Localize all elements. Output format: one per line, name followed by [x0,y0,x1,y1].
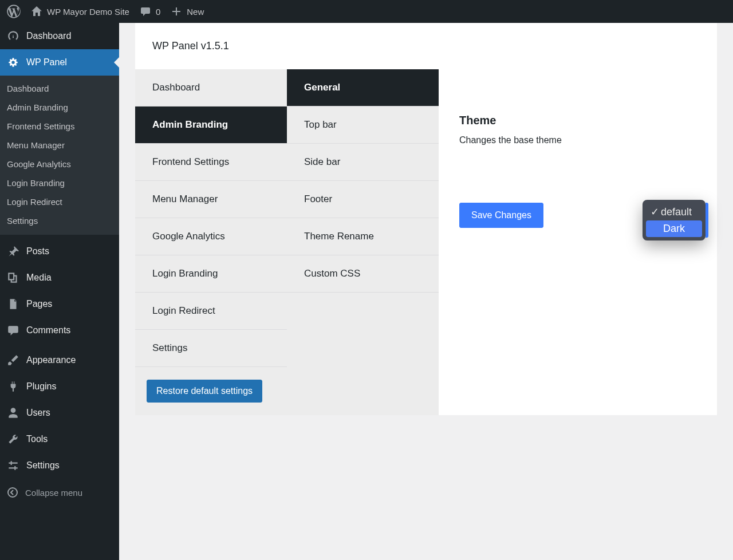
tab-item[interactable]: General [287,69,439,107]
gear-icon [7,56,19,69]
menu-item-label: Pages [26,299,52,309]
dropdown-option-label: default [661,206,692,218]
submenu-item[interactable]: Frontend Settings [0,117,119,136]
tab-item[interactable]: Footer [287,181,439,218]
menu-item-label: Users [26,408,50,418]
wordpress-icon [7,5,21,18]
check-icon: ✓ [651,206,659,218]
menu-item-wp-panel[interactable]: WP Panel [0,49,119,76]
tab-item[interactable]: Google Analytics [135,218,287,255]
tab-item[interactable]: Theme Rename [287,218,439,255]
collapse-menu[interactable]: Collapse menu [0,479,119,506]
tab-item[interactable]: Login Redirect [135,293,287,330]
wp-adminbar: WP Mayor Demo Site 0 New [0,0,733,23]
setting-title: Theme [459,114,696,127]
wp-logo[interactable] [7,5,21,18]
comments-link[interactable]: 0 [140,6,160,17]
dropdown-option-label: Dark [663,223,685,235]
dropdown-option[interactable]: Dark [646,220,702,237]
media-icon [7,271,19,284]
dropdown-option[interactable]: ✓default [646,203,702,220]
tab-item[interactable]: Admin Branding [135,107,287,144]
settings-pane: Theme Changes the base theme Save Change… [439,69,717,415]
tab-item[interactable]: Top bar [287,107,439,144]
submenu-item[interactable]: Google Analytics [0,155,119,173]
comment-icon [140,6,151,17]
restore-defaults-button[interactable]: Restore default settings [147,380,262,403]
menu-item-appearance[interactable]: Appearance [0,347,119,373]
tab-item[interactable]: Dashboard [135,69,287,107]
sliders-icon [7,459,19,472]
submenu-item[interactable]: Menu Manager [0,136,119,155]
primary-tabs: DashboardAdmin BrandingFrontend Settings… [135,69,287,415]
menu-item-users[interactable]: Users [0,400,119,426]
menu-item-plugins[interactable]: Plugins [0,373,119,400]
secondary-tabs: GeneralTop barSide barFooterTheme Rename… [287,69,439,415]
user-icon [7,407,19,419]
tab-item[interactable]: Custom CSS [287,255,439,293]
tab-item[interactable]: Settings [135,330,287,367]
menu-item-pages[interactable]: Pages [0,291,119,317]
new-link[interactable]: New [171,6,204,17]
menu-item-label: Comments [26,325,70,336]
menu-item-label: Plugins [26,381,56,392]
site-name: WP Mayor Demo Site [47,7,129,17]
theme-dropdown[interactable]: ✓defaultDark [643,200,706,240]
menu-item-media[interactable]: Media [0,265,119,291]
submenu-wp-panel: DashboardAdmin BrandingFrontend Settings… [0,76,119,235]
new-label: New [187,7,204,17]
tab-item[interactable]: Login Branding [135,255,287,293]
gauge-icon [7,30,19,42]
menu-item-dashboard[interactable]: Dashboard [0,23,119,49]
svg-point-0 [8,488,17,497]
comments-count: 0 [156,7,160,17]
menu-item-label: Dashboard [26,31,71,41]
submenu-item[interactable]: Login Redirect [0,192,119,211]
collapse-label: Collapse menu [25,488,82,498]
menu-item-label: Media [26,273,52,283]
home-icon [31,6,42,17]
pin-icon [7,245,19,258]
menu-item-label: Settings [26,460,60,471]
collapse-icon [7,487,18,498]
admin-menu: DashboardWP PanelDashboardAdmin Branding… [0,23,119,560]
plus-icon [171,6,182,17]
menu-item-label: Posts [26,246,49,257]
menu-item-label: WP Panel [26,57,67,68]
submenu-item[interactable]: Dashboard [0,79,119,98]
menu-item-settings[interactable]: Settings [0,452,119,479]
menu-item-label: Tools [26,434,48,444]
comment-icon [7,324,19,337]
tab-item[interactable]: Side bar [287,144,439,181]
menu-item-label: Appearance [26,355,76,365]
plug-icon [7,380,19,393]
submenu-item[interactable]: Admin Branding [0,98,119,117]
submenu-item[interactable]: Login Branding [0,173,119,192]
menu-item-posts[interactable]: Posts [0,238,119,265]
panel-header: WP Panel v1.5.1 [135,23,717,69]
menu-item-comments[interactable]: Comments [0,317,119,344]
wrench-icon [7,433,19,445]
menu-item-tools[interactable]: Tools [0,426,119,452]
tab-item[interactable]: Menu Manager [135,181,287,218]
save-button[interactable]: Save Changes [459,203,543,228]
tab-item[interactable]: Frontend Settings [135,144,287,181]
brush-icon [7,354,19,366]
submenu-item[interactable]: Settings [0,211,119,230]
wp-body: WP Panel v1.5.1 DashboardAdmin BrandingF… [119,23,733,560]
site-link[interactable]: WP Mayor Demo Site [31,6,129,17]
page-icon [7,298,19,310]
setting-description: Changes the base theme [459,135,696,145]
